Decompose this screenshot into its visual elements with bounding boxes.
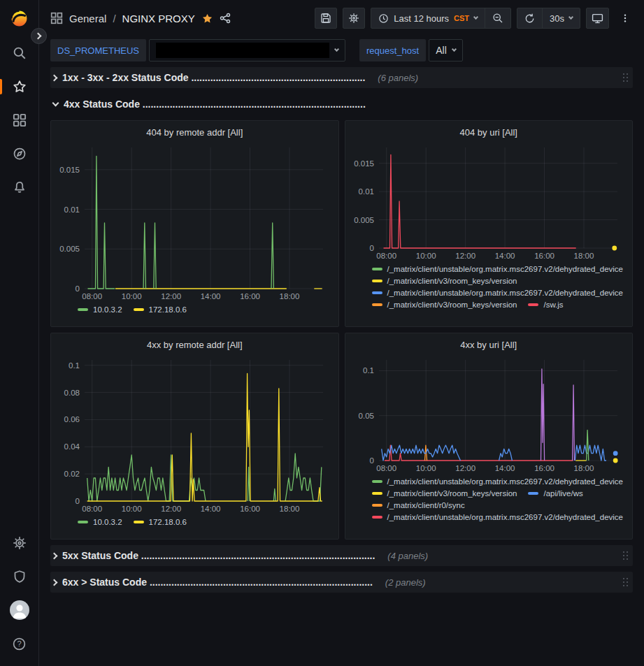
dashboard-settings-button[interactable] [343, 8, 365, 29]
dashboard-row-5xx[interactable]: 5xx Status Code ........................… [50, 545, 633, 566]
series-line [154, 223, 156, 289]
y-tick-label: 0 [76, 284, 80, 293]
sidebar-item-configuration[interactable] [0, 526, 38, 560]
variable-label-request-host[interactable]: request_host [359, 39, 426, 61]
time-series-plot[interactable]: 08:0010:0012:0014:0016:0018:0000.0050.01… [57, 142, 333, 303]
x-tick-label: 10:00 [415, 464, 436, 472]
main-area: General / NGINX PROXY [39, 0, 644, 666]
avatar-icon [10, 600, 29, 620]
legend-swatch [134, 308, 144, 311]
legend-label: /_matrix/client/unstable/org.matrix.msc2… [387, 477, 624, 486]
y-tick-label: 0.1 [363, 366, 374, 375]
panel-title[interactable]: 404 by uri [All] [351, 125, 627, 142]
series-line [575, 445, 606, 461]
zoom-out-button[interactable] [485, 8, 510, 28]
time-series-plot[interactable]: 08:0010:0012:0014:0016:0018:0000.0050.01… [351, 142, 627, 262]
legend-swatch [372, 280, 382, 282]
cycle-view-mode-button[interactable] [586, 8, 609, 29]
panel-title[interactable]: 404 by remote addr [All] [57, 125, 333, 142]
row-drag-handle[interactable] [622, 73, 629, 82]
chevron-right-icon [51, 74, 58, 81]
refresh-group: 30s [517, 8, 580, 29]
request-host-select[interactable]: All [429, 39, 463, 61]
panel-legend: 10.0.3.2172.18.0.6 [57, 303, 333, 322]
legend-item[interactable]: 10.0.3.2 [78, 518, 122, 526]
dashboard-title[interactable]: NGINX PROXY [122, 13, 195, 24]
sidebar-item-starred[interactable] [0, 70, 38, 103]
panel-legend: 10.0.3.2172.18.0.6 [57, 515, 333, 535]
y-tick-label: 0.05 [358, 412, 373, 420]
sidebar-item-server-admin[interactable] [0, 560, 38, 593]
dashboard-row-1xx-3xx-2xx[interactable]: 1xx - 3xx - 2xx Status Code ............… [50, 67, 633, 88]
dashboard-canvas: 1xx - 3xx - 2xx Status Code ............… [39, 64, 644, 666]
refresh-interval-button[interactable]: 30s [542, 8, 580, 28]
variables-submenu: DS_PROMETHEUS request_host All [39, 36, 644, 64]
explore-compass-icon [13, 147, 27, 161]
sidebar-item-dashboards[interactable] [0, 103, 38, 137]
time-series-plot[interactable]: 08:0010:0012:0014:0016:0018:0000.050.1 [351, 354, 627, 475]
x-tick-label: 18:00 [280, 292, 300, 301]
search-icon [13, 46, 27, 60]
sidebar-expand-button[interactable] [31, 28, 47, 44]
legend-item[interactable]: /_matrix/client/v3/room_keys/version [372, 489, 517, 498]
share-icon[interactable] [220, 13, 231, 24]
gear-icon [348, 13, 359, 24]
time-series-plot[interactable]: 08:0010:0012:0014:0016:0018:0000.020.040… [57, 354, 333, 515]
legend-item[interactable]: 172.18.0.6 [134, 518, 187, 526]
x-tick-label: 14:00 [494, 464, 515, 472]
row-title: 5xx Status Code ........................… [62, 550, 375, 561]
grafana-logo-icon [10, 9, 29, 28]
x-tick-label: 18:00 [573, 252, 594, 260]
legend-item[interactable]: /_matrix/client/unstable/org.matrix.msc2… [372, 513, 624, 521]
legend-swatch [372, 504, 382, 507]
legend-item[interactable]: /_matrix/client/unstable/org.matrix.msc2… [372, 289, 624, 297]
refresh-button[interactable] [517, 8, 542, 28]
datasource-select[interactable] [149, 39, 345, 61]
sidebar-item-explore[interactable] [0, 137, 38, 171]
user-avatar[interactable] [0, 593, 38, 627]
row-drag-handle[interactable] [622, 577, 629, 587]
panel-404-by-remote-addr: 404 by remote addr [All] 08:0010:0012:00… [50, 120, 339, 327]
series-line [572, 385, 574, 461]
legend-item[interactable]: /_matrix/client/unstable/org.matrix.msc2… [372, 477, 624, 486]
legend-item[interactable]: 172.18.0.6 [134, 305, 187, 314]
dashboard-grid-icon [50, 12, 63, 24]
save-dashboard-button[interactable] [315, 8, 337, 29]
chevron-right-icon [51, 552, 58, 559]
legend-item[interactable]: /api/live/ws [528, 489, 582, 498]
legend-label: 10.0.3.2 [93, 305, 122, 314]
redacted-value [156, 43, 329, 58]
variable-label-ds-prometheus[interactable]: DS_PROMETHEUS [50, 39, 146, 61]
sidebar-item-alerting[interactable] [0, 171, 38, 204]
save-icon [320, 13, 331, 24]
alerting-bell-icon [13, 180, 27, 194]
panel-title[interactable]: 4xx by uri [All] [351, 338, 627, 354]
x-tick-label: 16:00 [240, 292, 260, 301]
legend-item[interactable]: /_matrix/client/r0/sync [372, 501, 465, 509]
panel-title[interactable]: 4xx by remote addr [All] [57, 338, 333, 354]
series-line [586, 430, 588, 461]
time-range-label: Last 12 hours [394, 13, 449, 24]
legend-label: /_matrix/client/unstable/org.matrix.msc2… [387, 513, 624, 521]
legend-swatch [134, 521, 144, 523]
series-line [248, 467, 250, 501]
y-tick-label: 0.005 [354, 216, 374, 224]
legend-item[interactable]: /sw.js [528, 301, 563, 309]
legend-item[interactable]: 10.0.3.2 [78, 305, 122, 314]
legend-item[interactable]: /_matrix/client/v3/room_keys/version [372, 301, 517, 309]
legend-item[interactable]: /_matrix/client/v3/room_keys/version [372, 277, 517, 285]
row-drag-handle[interactable] [622, 551, 629, 560]
favorite-star-icon[interactable] [201, 13, 213, 24]
x-tick-label: 18:00 [280, 505, 300, 513]
legend-swatch [372, 303, 382, 306]
breadcrumb-section[interactable]: General [69, 13, 106, 24]
legend-item[interactable]: /_matrix/client/unstable/org.matrix.msc2… [372, 265, 624, 273]
dashboard-row-6xx[interactable]: 6xx > Status Code ......................… [50, 572, 633, 593]
chevron-right-icon [35, 33, 42, 40]
legend-label: 172.18.0.6 [149, 305, 187, 314]
dashboard-row-4xx[interactable]: 4xx Status Code ........................… [50, 94, 633, 115]
more-options-button[interactable] [615, 8, 636, 29]
y-tick-label: 0.01 [358, 187, 373, 196]
sidebar-item-help[interactable]: ? [0, 627, 38, 660]
time-range-button[interactable]: Last 12 hours CST [371, 8, 485, 28]
